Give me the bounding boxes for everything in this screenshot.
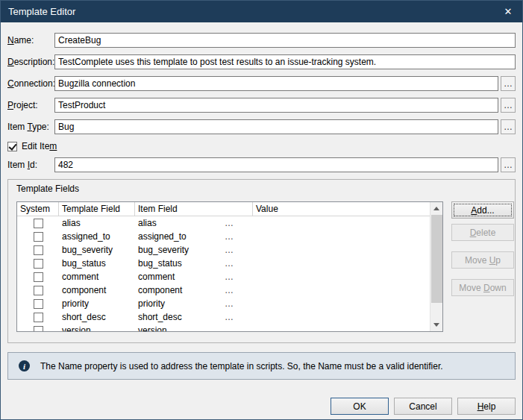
name-field-row: Name:: [7, 33, 516, 48]
table-row[interactable]: bug_severity bug_severity…: [17, 243, 430, 257]
row-browse-icon[interactable]: …: [225, 327, 234, 331]
system-checkbox[interactable]: [34, 299, 43, 309]
footer-buttons: OK Cancel Help: [7, 398, 516, 415]
title-bar[interactable]: Template Editor ✕: [1, 1, 522, 22]
project-label: Project:: [7, 100, 54, 110]
ok-button[interactable]: OK: [331, 398, 389, 415]
delete-button: Delete: [451, 224, 514, 241]
item-id-field-row: Item Id: …: [7, 157, 516, 172]
item-type-label: Item Type:: [7, 122, 54, 132]
row-browse-icon[interactable]: …: [225, 300, 234, 307]
item-field-cell: short_desc: [138, 312, 182, 322]
project-input[interactable]: [54, 98, 498, 113]
system-checkbox[interactable]: [34, 232, 43, 242]
edit-item-row: Edit Item: [7, 141, 516, 151]
edit-item-checkbox[interactable]: [7, 142, 17, 151]
project-browse-button[interactable]: …: [501, 98, 516, 113]
item-field-cell: priority: [138, 298, 165, 309]
add-button[interactable]: Add...: [451, 201, 514, 219]
row-browse-icon[interactable]: …: [225, 219, 234, 227]
scroll-down-button[interactable]: [430, 319, 442, 331]
project-field-row: Project: …: [7, 98, 516, 113]
move-up-button: Move Up: [451, 251, 514, 269]
column-header-system[interactable]: System: [17, 202, 59, 216]
table-row[interactable]: component component…: [17, 283, 430, 297]
table-action-buttons: Add... Delete Move Up Move Down: [451, 201, 514, 301]
table-row[interactable]: bug_status bug_status…: [17, 257, 430, 270]
item-field-cell: bug_severity: [138, 245, 189, 255]
column-header-template-field[interactable]: Template Field: [59, 202, 135, 216]
vertical-scrollbar[interactable]: [430, 202, 442, 331]
item-field-cell: comment: [138, 272, 175, 282]
table-header: System Template Field Item Field Value: [17, 202, 430, 216]
column-header-value[interactable]: Value: [253, 202, 430, 216]
template-field-cell: comment: [59, 272, 135, 282]
system-checkbox[interactable]: [34, 326, 43, 332]
column-header-item-field[interactable]: Item Field: [135, 202, 253, 216]
template-field-cell: bug_status: [59, 258, 135, 269]
arrow-up-icon: [433, 207, 439, 210]
template-fields-title: Template Fields: [16, 184, 507, 194]
item-type-input[interactable]: [54, 119, 498, 134]
move-down-button: Move Down: [451, 279, 514, 296]
template-field-cell: short_desc: [59, 312, 135, 322]
edit-item-label: Edit Item: [22, 141, 57, 151]
template-field-cell: priority: [59, 298, 135, 309]
item-type-browse-button[interactable]: …: [501, 119, 516, 134]
connection-input[interactable]: [54, 76, 498, 91]
window-title: Template Editor: [8, 6, 494, 17]
template-field-cell: version: [59, 325, 135, 331]
table-row[interactable]: assigned_to assigned_to…: [17, 230, 430, 243]
template-field-cell: bug_severity: [59, 245, 135, 255]
row-browse-icon[interactable]: …: [225, 273, 234, 280]
name-label: Name:: [7, 35, 54, 46]
scrollbar-thumb[interactable]: [431, 215, 442, 303]
info-text: The Name property is used to address the…: [40, 361, 443, 372]
item-field-cell: component: [138, 285, 182, 295]
item-id-input[interactable]: [54, 157, 498, 172]
scroll-up-button[interactable]: [430, 202, 442, 215]
system-checkbox[interactable]: [34, 313, 43, 322]
arrow-down-icon: [433, 323, 439, 327]
table-row[interactable]: priority priority…: [17, 297, 430, 310]
template-fields-group: Template Fields System Template Field It…: [7, 179, 516, 343]
description-label: Description:: [7, 57, 54, 67]
close-icon[interactable]: ✕: [494, 1, 522, 22]
table-row[interactable]: alias alias…: [17, 216, 430, 230]
connection-browse-button[interactable]: …: [501, 76, 516, 91]
item-field-cell: alias: [138, 218, 157, 228]
item-field-cell: assigned_to: [138, 231, 187, 242]
template-field-cell: assigned_to: [59, 231, 135, 242]
template-editor-dialog: Template Editor ✕ Name: Description: Con…: [0, 0, 523, 420]
item-field-cell: version: [138, 325, 167, 331]
system-checkbox[interactable]: [34, 286, 43, 295]
table-row[interactable]: comment comment…: [17, 270, 430, 283]
row-browse-icon[interactable]: …: [225, 233, 234, 240]
info-icon: i: [19, 360, 30, 372]
item-id-browse-button[interactable]: …: [501, 157, 516, 172]
connection-field-row: Connection: …: [7, 76, 516, 91]
cancel-button[interactable]: Cancel: [394, 398, 452, 415]
system-checkbox[interactable]: [34, 219, 43, 228]
info-bar: i The Name property is used to address t…: [7, 352, 516, 380]
template-field-cell: alias: [59, 218, 135, 228]
system-checkbox[interactable]: [34, 245, 43, 255]
table-row[interactable]: version version…: [17, 324, 430, 331]
name-input[interactable]: [54, 33, 516, 48]
row-browse-icon[interactable]: …: [225, 286, 234, 294]
row-browse-icon[interactable]: …: [225, 313, 234, 321]
table-row[interactable]: short_desc short_desc…: [17, 310, 430, 324]
item-id-label: Item Id:: [7, 160, 54, 170]
template-field-cell: component: [59, 285, 135, 295]
description-input[interactable]: [54, 54, 516, 69]
fields-table: System Template Field Item Field Value a…: [16, 201, 443, 332]
item-type-field-row: Item Type: …: [7, 119, 516, 134]
row-browse-icon[interactable]: …: [225, 246, 234, 254]
system-checkbox[interactable]: [34, 272, 43, 282]
help-button[interactable]: Help: [457, 398, 516, 415]
system-checkbox[interactable]: [34, 259, 43, 269]
connection-label: Connection:: [7, 78, 54, 89]
item-field-cell: bug_status: [138, 258, 182, 269]
row-browse-icon[interactable]: …: [225, 260, 234, 267]
dialog-content: Name: Description: Connection: … Project…: [1, 22, 522, 420]
